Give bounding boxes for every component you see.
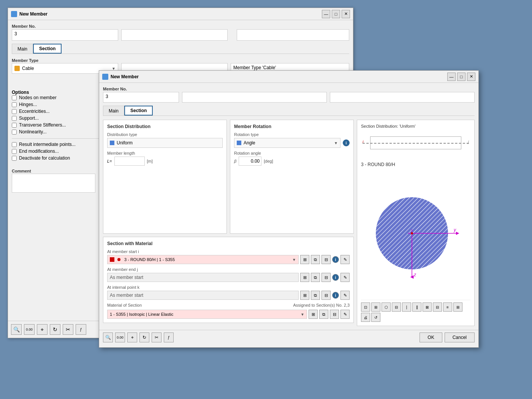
fg-prev-tool-rotate[interactable]: ↺ bbox=[371, 313, 380, 322]
fg-internal-paste-btn[interactable]: ⊟ bbox=[321, 291, 331, 300]
fg-rot-type-select[interactable]: Angle ▼ bbox=[234, 138, 340, 148]
fg-tab-section[interactable]: Section bbox=[124, 106, 153, 116]
fg-member-rotation: Member Rotation Rotation type Angle ▼ bbox=[230, 120, 354, 237]
fg-field3 bbox=[330, 92, 475, 103]
bg-comment-box[interactable] bbox=[12, 174, 95, 193]
fg-length-input-row: L= [m] bbox=[107, 157, 223, 166]
fg-length-input[interactable] bbox=[114, 157, 145, 166]
bg-tabs[interactable]: Main Section bbox=[12, 44, 349, 54]
bg-snap-tool[interactable]: ⌖ bbox=[37, 324, 48, 335]
fg-prev-tool-1[interactable]: ⊡ bbox=[361, 302, 370, 312]
bg-cb-deactivate[interactable] bbox=[12, 156, 17, 161]
fg-end-table-btn[interactable]: ⊞ bbox=[300, 273, 309, 282]
bg-search-tool[interactable]: 🔍 bbox=[11, 324, 22, 335]
fg-start-edit-btn[interactable]: ✎ bbox=[340, 255, 350, 264]
bg-tab-section[interactable]: Section bbox=[33, 44, 62, 54]
fg-internal-info-btn[interactable]: i bbox=[332, 292, 339, 299]
fg-footer-tools[interactable]: 🔍 0.00 ⌖ ↻ ✂ ƒ bbox=[103, 332, 174, 342]
bg-result-points-label: Result intermediate points... bbox=[19, 142, 76, 147]
fg-dist-type-select[interactable]: Uniform bbox=[107, 138, 223, 148]
fg-close-btn[interactable]: ✕ bbox=[467, 73, 475, 81]
bg-tab-main[interactable]: Main bbox=[12, 44, 33, 54]
fg-prev-tool-9[interactable]: ≡ bbox=[443, 302, 452, 312]
fg-at-start-select[interactable]: 3 - ROUND 80/H | 1 - S355 ▼ bbox=[107, 255, 299, 264]
fg-tabs[interactable]: Main Section bbox=[103, 106, 475, 116]
fg-scissors-btn[interactable]: ✂ bbox=[152, 332, 162, 342]
fg-mat-table-btn[interactable]: ⊞ bbox=[309, 310, 318, 319]
fg-end-edit-btn[interactable]: ✎ bbox=[340, 273, 350, 282]
fg-prev-tool-6[interactable]: ‖ bbox=[412, 302, 421, 312]
bg-script-tool[interactable]: ƒ bbox=[76, 324, 86, 335]
fg-rotate-btn[interactable]: ↻ bbox=[139, 332, 149, 342]
fg-prev-tool-10[interactable]: ⊞ bbox=[453, 302, 462, 312]
bg-cb-nonlinearity[interactable] bbox=[12, 130, 17, 135]
fg-member-no-field: 3 bbox=[103, 92, 179, 103]
fg-internal-copy-btn[interactable]: ⧉ bbox=[311, 291, 320, 300]
fg-rot-angle-row: β [deg] bbox=[234, 157, 350, 166]
fg-length-label: L= bbox=[107, 159, 112, 163]
fg-at-end-value: As member start bbox=[110, 275, 143, 280]
fg-prev-tool-4[interactable]: ⊟ bbox=[392, 302, 401, 312]
fg-rotation-info-btn[interactable]: i bbox=[343, 139, 350, 146]
bg-option-support-label: Support... bbox=[19, 116, 39, 121]
fg-cancel-btn[interactable]: Cancel bbox=[445, 332, 475, 342]
fg-window-controls[interactable]: — □ ✕ bbox=[447, 73, 475, 81]
fg-material-select[interactable]: 1 - S355 | Isotropic | Linear Elastic ▼ bbox=[107, 310, 307, 319]
bg-cb-end-modifications[interactable] bbox=[12, 149, 17, 154]
fg-end-copy-btn[interactable]: ⧉ bbox=[311, 273, 320, 282]
bg-coord-tool[interactable]: 0.00 bbox=[24, 324, 35, 335]
bg-cb-eccentricities[interactable] bbox=[12, 109, 17, 114]
fg-at-internal-select[interactable]: As member start bbox=[107, 291, 299, 300]
fg-internal-edit-btn[interactable]: ✎ bbox=[340, 291, 350, 300]
fg-search-btn[interactable]: 🔍 bbox=[103, 332, 113, 342]
fg-rot-type-row: Rotation type Angle ▼ i bbox=[234, 132, 350, 148]
fg-preview-toolbar[interactable]: ⊡ ⊞ ⬡ ⊟ | ‖ ⊠ ⊟ ≡ ⊞ 🖨 ↺ bbox=[361, 300, 470, 322]
fg-maximize-btn[interactable]: □ bbox=[457, 73, 466, 81]
bg-window-controls[interactable]: — □ ✕ bbox=[322, 10, 350, 18]
bg-cb-stiffeners[interactable] bbox=[12, 123, 17, 128]
fg-prev-tool-5[interactable]: | bbox=[402, 302, 411, 312]
bg-cable-color-icon bbox=[14, 66, 20, 71]
fg-angle-input[interactable] bbox=[239, 157, 261, 166]
fg-at-end-row: At member end j As member start ⊞ ⧉ ⊟ i … bbox=[107, 267, 350, 282]
bg-cb-nodes[interactable] bbox=[12, 95, 17, 100]
fg-prev-tool-8[interactable]: ⊟ bbox=[433, 302, 442, 312]
fg-at-end-select[interactable]: As member start bbox=[107, 273, 299, 282]
bg-option-eccentricities-label: Eccentricities... bbox=[19, 109, 50, 114]
fg-ok-btn[interactable]: OK bbox=[420, 332, 442, 342]
fg-ok-cancel[interactable]: OK Cancel bbox=[420, 332, 475, 342]
bg-rotate-tool[interactable]: ↻ bbox=[50, 324, 60, 335]
fg-start-table-btn[interactable]: ⊞ bbox=[300, 255, 309, 264]
bg-minimize-btn[interactable]: — bbox=[322, 10, 330, 18]
fg-start-paste-btn[interactable]: ⊟ bbox=[321, 255, 331, 264]
fg-start-info-btn[interactable]: i bbox=[332, 256, 339, 263]
fg-prev-tool-7[interactable]: ⊠ bbox=[423, 302, 432, 312]
fg-prev-tool-print[interactable]: 🖨 bbox=[361, 313, 370, 322]
bg-option-hinges-label: Hinges... bbox=[19, 102, 37, 107]
fg-minimize-btn[interactable]: — bbox=[447, 73, 456, 81]
bg-close-btn[interactable]: ✕ bbox=[342, 10, 350, 18]
fg-coord-btn[interactable]: 0.00 bbox=[115, 332, 125, 342]
fg-end-paste-btn[interactable]: ⊟ bbox=[321, 273, 331, 282]
fg-mat-paste-btn[interactable]: ⊟ bbox=[330, 310, 339, 319]
fg-script-btn[interactable]: ƒ bbox=[164, 332, 174, 342]
fg-rotation-box: Member Rotation Rotation type Angle ▼ bbox=[230, 120, 354, 234]
fg-mat-edit-btn[interactable]: ✎ bbox=[340, 310, 350, 319]
bg-maximize-btn[interactable]: □ bbox=[332, 10, 340, 18]
bg-cb-result-points[interactable] bbox=[12, 142, 17, 147]
fg-prev-tool-2[interactable]: ⊞ bbox=[371, 302, 380, 312]
fg-rot-type-value: Angle bbox=[244, 140, 255, 146]
bg-cb-support[interactable] bbox=[12, 116, 17, 121]
fg-rot-type-label: Rotation type bbox=[234, 132, 350, 137]
fg-mat-copy-btn[interactable]: ⧉ bbox=[319, 310, 328, 319]
fg-internal-table-btn[interactable]: ⊞ bbox=[300, 291, 309, 300]
bg-option-stiffeners-label: Transverse Stiffeners... bbox=[19, 122, 66, 128]
fg-footer: 🔍 0.00 ⌖ ↻ ✂ ƒ OK Cancel bbox=[99, 330, 478, 345]
bg-scissors-tool[interactable]: ✂ bbox=[63, 324, 73, 335]
fg-snap-btn[interactable]: ⌖ bbox=[127, 332, 137, 342]
fg-start-copy-btn[interactable]: ⧉ bbox=[311, 255, 320, 264]
fg-prev-tool-3[interactable]: ⬡ bbox=[382, 302, 391, 312]
bg-cb-hinges[interactable] bbox=[12, 102, 17, 107]
fg-end-info-btn[interactable]: i bbox=[332, 274, 339, 281]
fg-tab-main[interactable]: Main bbox=[103, 106, 124, 116]
